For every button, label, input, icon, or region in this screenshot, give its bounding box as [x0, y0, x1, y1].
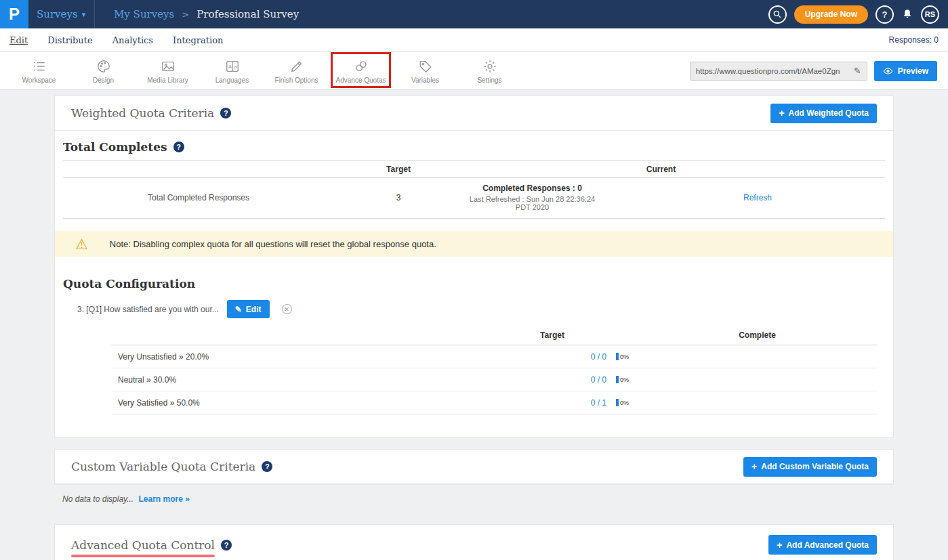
- edit-question-quota-button[interactable]: ✎ Edit: [227, 300, 270, 318]
- progress-cell: 0%: [616, 353, 629, 360]
- toolbar-item-label: Settings: [477, 77, 501, 84]
- edit-button-label: Edit: [246, 305, 262, 314]
- responses-count: Responses: 0: [889, 35, 939, 45]
- breadcrumb-current-survey: Professional Survey: [197, 8, 299, 20]
- toolbar-item-variables[interactable]: Variables: [393, 58, 457, 84]
- table-row: Very Satisfied » 50.0% 0 / 1 0%: [111, 391, 878, 414]
- product-switcher[interactable]: P Surveys ▾: [0, 0, 95, 28]
- eye-icon: [883, 67, 893, 75]
- table-row: Neutral » 30.0% 0 / 0 0%: [111, 368, 878, 391]
- help-icon[interactable]: ?: [220, 108, 231, 119]
- tab-analytics[interactable]: Analytics: [112, 35, 153, 45]
- upgrade-now-button[interactable]: Upgrade Now: [794, 5, 868, 24]
- linked-rings-icon: [354, 59, 369, 74]
- progress-bar: [616, 399, 619, 406]
- help-icon[interactable]: ?: [173, 142, 184, 152]
- notifications-button[interactable]: [901, 8, 913, 20]
- current-status: Completed Responses : 0 Last Refreshed :…: [463, 184, 602, 211]
- questionpro-logo[interactable]: P: [0, 0, 28, 28]
- custom-variable-empty-state: No data to display... Learn more »: [62, 494, 894, 504]
- column-current: Current: [602, 165, 720, 174]
- preview-label: Preview: [898, 66, 928, 76]
- preview-button[interactable]: Preview: [874, 61, 937, 81]
- survey-url-box: ✎: [690, 62, 867, 81]
- add-advanced-quota-button[interactable]: + Add Advanced Quota: [768, 535, 877, 555]
- progress-cell: 0%: [616, 376, 629, 383]
- workspace-icon: [32, 59, 47, 74]
- add-weighted-quota-label: Add Weighted Quota: [789, 108, 869, 118]
- toolbar-item-settings[interactable]: Settings: [457, 58, 522, 84]
- breadcrumb-separator: >: [182, 9, 189, 20]
- help-icon[interactable]: ?: [221, 540, 232, 551]
- main-tabs: Edit Distribute Analytics Integration Re…: [0, 28, 948, 52]
- total-completed-responses-label: Total Completed Responses: [63, 193, 334, 202]
- column-target: Target: [334, 165, 463, 174]
- toolbar-item-advance-quotas[interactable]: Advance Quotas: [329, 58, 393, 84]
- question-label: 3. [Q1] How satisfied are you with our..…: [77, 305, 219, 314]
- add-weighted-quota-button[interactable]: + Add Weighted Quota: [770, 104, 877, 123]
- topbar: P Surveys ▾ My Surveys > Professional Su…: [0, 0, 948, 28]
- weighted-quota-card: Weighted Quota Criteria ? + Add Weighted…: [54, 95, 894, 438]
- custom-variable-quota-title: Custom Variable Quota Criteria: [71, 460, 255, 473]
- palette-icon: [96, 59, 111, 74]
- add-custom-variable-quota-button[interactable]: + Add Custom Variable Quota: [743, 457, 877, 477]
- plus-icon: +: [777, 540, 782, 551]
- toolbar-item-languages[interactable]: Aa Languages: [200, 58, 264, 84]
- edit-url-pencil-icon[interactable]: ✎: [850, 66, 861, 76]
- answer-option-label: Very Unsatisfied » 20.0%: [111, 352, 468, 362]
- help-icon[interactable]: ?: [262, 461, 272, 472]
- quota-table-header: Target Complete: [111, 325, 878, 345]
- toolbar-item-label: Languages: [215, 77, 249, 84]
- total-completes-table: Target Current Total Completed Responses…: [63, 160, 885, 219]
- weighted-quota-header: Weighted Quota Criteria ? + Add Weighted…: [55, 96, 893, 131]
- search-button[interactable]: [768, 5, 787, 24]
- main-content: Weighted Quota Criteria ? + Add Weighted…: [0, 90, 948, 560]
- total-completes-heading: Total Completes ?: [55, 131, 893, 154]
- advanced-quota-header: Advanced Quota Control ? + Add Advanced …: [55, 525, 893, 560]
- breadcrumb: My Surveys > Professional Survey: [114, 8, 299, 20]
- tab-edit[interactable]: Edit: [9, 35, 28, 45]
- pencil-icon: ✎: [235, 305, 242, 314]
- progress-percent: 0%: [620, 353, 629, 360]
- plus-icon: +: [751, 461, 757, 472]
- toolbar-item-workspace[interactable]: Workspace: [7, 58, 71, 84]
- add-advanced-quota-label: Add Advanced Quota: [786, 540, 869, 550]
- learn-more-link[interactable]: Learn more »: [139, 494, 190, 504]
- image-icon: [161, 59, 176, 74]
- toolbar-item-media-library[interactable]: Media Library: [136, 58, 200, 84]
- quota-configuration-title: Quota Configuration: [63, 277, 195, 290]
- help-button[interactable]: ?: [875, 5, 894, 24]
- total-completes-table-header: Target Current: [63, 161, 885, 178]
- last-refreshed-timestamp: Last Refreshed : Sun Jun 28 22:36:24 PDT…: [463, 195, 602, 211]
- tab-integration[interactable]: Integration: [173, 35, 223, 45]
- target-count: 0 / 1: [591, 398, 606, 408]
- toolbar-item-label: Variables: [411, 77, 439, 84]
- quota-configuration-table: Target Complete Very Unsatisfied » 20.0%…: [111, 325, 878, 414]
- target-cell: 0 / 0 0%: [468, 375, 637, 385]
- toolbar-item-label: Workspace: [22, 77, 56, 84]
- progress-bar: [616, 376, 619, 383]
- refresh-link[interactable]: Refresh: [720, 193, 885, 202]
- add-custom-variable-quota-label: Add Custom Variable Quota: [761, 462, 869, 471]
- warning-icon: ⚠: [75, 237, 88, 251]
- translate-icon: Aa: [225, 59, 240, 74]
- toolbar-right: ✎ Preview: [690, 61, 937, 81]
- target-cell: 0 / 1 0%: [468, 398, 637, 408]
- tab-distribute[interactable]: Distribute: [47, 35, 92, 45]
- pencil-icon: [289, 59, 304, 74]
- progress-bar: [616, 353, 619, 360]
- product-label: Surveys: [37, 8, 78, 20]
- custom-variable-quota-header: Custom Variable Quota Criteria ? + Add C…: [55, 450, 893, 484]
- quota-note-banner: ⚠ Note: Disabling complex quota for all …: [55, 231, 893, 257]
- note-text: Note: Disabling complex quota for all qu…: [110, 239, 436, 249]
- survey-url-input[interactable]: [696, 67, 850, 75]
- progress-cell: 0%: [616, 399, 629, 406]
- remove-quota-icon[interactable]: ✕: [282, 304, 292, 314]
- user-avatar[interactable]: RS: [921, 5, 939, 24]
- table-row: Very Unsatisfied » 20.0% 0 / 0 0%: [111, 345, 878, 368]
- topbar-actions: Upgrade Now ? RS: [768, 5, 948, 24]
- toolbar-item-label: Finish Options: [275, 77, 318, 84]
- toolbar-item-finish-options[interactable]: Finish Options: [264, 58, 329, 84]
- toolbar-item-design[interactable]: Design: [71, 58, 136, 84]
- breadcrumb-my-surveys[interactable]: My Surveys: [114, 8, 174, 20]
